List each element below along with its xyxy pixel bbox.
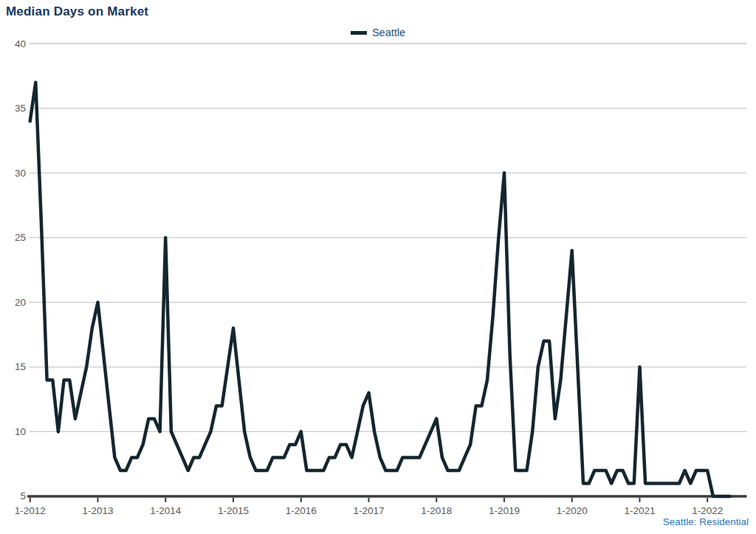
y-tick-label-40: 40: [15, 38, 26, 49]
y-tick-label-10: 10: [15, 426, 26, 437]
y-tick-label-20: 20: [15, 297, 26, 308]
x-tick-label-1-2020: 1-2020: [557, 505, 588, 516]
y-tick-label-15: 15: [15, 361, 26, 372]
x-tick-label-1-2013: 1-2013: [82, 505, 113, 516]
y-tick-label-30: 30: [15, 168, 26, 179]
x-tick-label-1-2021: 1-2021: [624, 505, 655, 516]
x-tick-label-1-2022: 1-2022: [692, 505, 723, 516]
x-tick-label-1-2019: 1-2019: [489, 505, 520, 516]
x-tick-label-1-2018: 1-2018: [421, 505, 452, 516]
chart-footnote: Seattle: Residential: [663, 516, 749, 527]
x-tick-label-1-2015: 1-2015: [218, 505, 249, 516]
median-days-line-chart: 5101520253035401-20121-20131-20141-20151…: [0, 0, 756, 534]
x-tick-label-1-2016: 1-2016: [286, 505, 317, 516]
x-tick-label-1-2012: 1-2012: [15, 505, 46, 516]
x-tick-label-1-2017: 1-2017: [353, 505, 384, 516]
y-tick-label-35: 35: [15, 103, 26, 114]
x-tick-label-1-2014: 1-2014: [150, 505, 182, 516]
seattle-series-line: [30, 83, 730, 497]
y-tick-label-25: 25: [15, 232, 26, 243]
y-tick-label-5: 5: [20, 490, 26, 502]
